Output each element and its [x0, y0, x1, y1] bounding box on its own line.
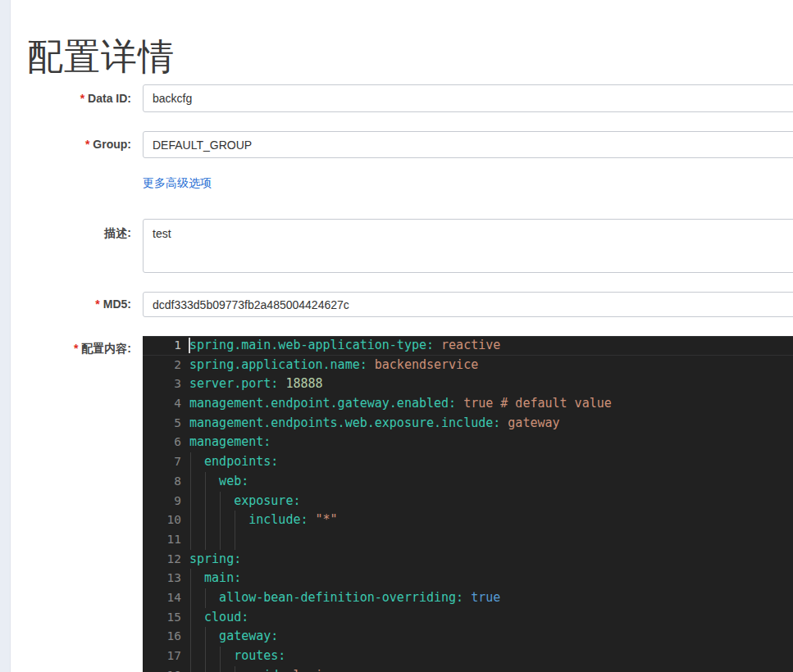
code-text: management.endpoint.gateway.enabled: tru… [189, 394, 612, 414]
code-line-4[interactable]: 4management.endpoint.gateway.enabled: tr… [143, 394, 793, 414]
advanced-options-link[interactable]: 更多高级选项 [143, 176, 212, 191]
code-line-9[interactable]: 9 exposure: [143, 492, 793, 511]
md5-label: *MD5: [0, 297, 131, 311]
indent-guide [190, 530, 191, 550]
line-number: 13 [143, 569, 181, 588]
line-number: 18 [143, 666, 181, 672]
line-number: 7 [143, 452, 181, 472]
group-input[interactable] [143, 131, 793, 158]
code-text: management.endpoints.web.exposure.includ… [189, 414, 560, 434]
description-label: 描述: [0, 226, 131, 241]
description-textarea[interactable]: test [143, 219, 793, 273]
code-line-6[interactable]: 6management: [143, 433, 793, 452]
required-asterisk: * [85, 138, 89, 151]
description-label-text: 描述: [104, 226, 131, 239]
config-detail-page: 配置详情 *Data ID: *Group: 更多高级选项 描述: test *… [0, 0, 793, 672]
line-number: 5 [143, 414, 181, 434]
code-line-1[interactable]: 1spring.main.web-application-type: react… [143, 336, 793, 356]
code-line-5[interactable]: 5management.endpoints.web.exposure.inclu… [143, 414, 793, 434]
code-text: routes: [189, 647, 285, 666]
data-id-label: *Data ID: [0, 92, 131, 105]
code-text: gateway: [189, 627, 278, 647]
data-id-label-text: Data ID: [88, 92, 131, 105]
code-line-17[interactable]: 17 routes: [143, 647, 793, 666]
code-line-18[interactable]: 18 - id: login [143, 666, 793, 672]
group-label-text: Group: [93, 138, 131, 151]
code-text: main: [189, 569, 241, 588]
line-number: 12 [143, 550, 181, 570]
line-number: 6 [143, 433, 181, 452]
data-id-input[interactable] [143, 84, 793, 112]
code-text: web: [189, 472, 248, 492]
code-text: spring.application.name: backendservice [189, 356, 478, 375]
line-number: 1 [143, 336, 181, 356]
code-line-15[interactable]: 15 cloud: [143, 608, 793, 628]
line-number: 17 [143, 647, 181, 666]
line-number: 8 [143, 472, 181, 492]
line-number: 9 [143, 492, 181, 511]
code-text: exposure: [189, 492, 300, 511]
indent-guide [205, 530, 206, 550]
code-text: allow-bean-definition-overriding: true [189, 588, 500, 608]
config-content-label: *配置内容: [0, 342, 131, 356]
code-text: endpoints: [189, 452, 278, 472]
code-text: server.port: 18888 [189, 375, 323, 394]
indent-guide [220, 530, 221, 550]
required-asterisk: * [80, 92, 84, 105]
config-content-editor[interactable]: 1spring.main.web-application-type: react… [143, 336, 793, 672]
code-text: management: [189, 433, 271, 452]
md5-input[interactable] [143, 292, 793, 317]
code-line-11[interactable]: 11 [143, 530, 793, 550]
indent-guide [235, 530, 235, 550]
line-number: 10 [143, 511, 181, 530]
code-text: spring: [189, 550, 241, 570]
code-line-12[interactable]: 12spring: [143, 550, 793, 570]
line-number: 15 [143, 608, 181, 628]
code-line-2[interactable]: 2spring.application.name: backendservice [143, 356, 793, 375]
required-asterisk: * [74, 342, 78, 355]
code-line-8[interactable]: 8 web: [143, 472, 793, 492]
text-cursor [189, 338, 190, 353]
code-text: cloud: [189, 608, 248, 628]
line-number: 11 [143, 530, 181, 550]
line-number: 16 [143, 627, 181, 647]
code-text: include: "*" [189, 511, 338, 530]
code-line-14[interactable]: 14 allow-bean-definition-overriding: tru… [143, 588, 793, 608]
config-content-label-text: 配置内容: [81, 342, 131, 355]
line-number: 3 [143, 375, 181, 394]
code-text: spring.main.web-application-type: reacti… [189, 336, 500, 356]
line-number: 14 [143, 588, 181, 608]
line-number: 2 [143, 356, 181, 375]
md5-label-text: MD5: [103, 297, 131, 311]
line-number: 4 [143, 394, 181, 414]
code-text: - id: login [189, 666, 330, 672]
code-line-10[interactable]: 10 include: "*" [143, 511, 793, 530]
page-title: 配置详情 [27, 33, 175, 81]
required-asterisk: * [95, 297, 99, 311]
code-line-16[interactable]: 16 gateway: [143, 627, 793, 647]
group-label: *Group: [0, 138, 131, 151]
code-line-13[interactable]: 13 main: [143, 569, 793, 588]
code-line-7[interactable]: 7 endpoints: [143, 452, 793, 472]
code-line-3[interactable]: 3server.port: 18888 [143, 375, 793, 394]
